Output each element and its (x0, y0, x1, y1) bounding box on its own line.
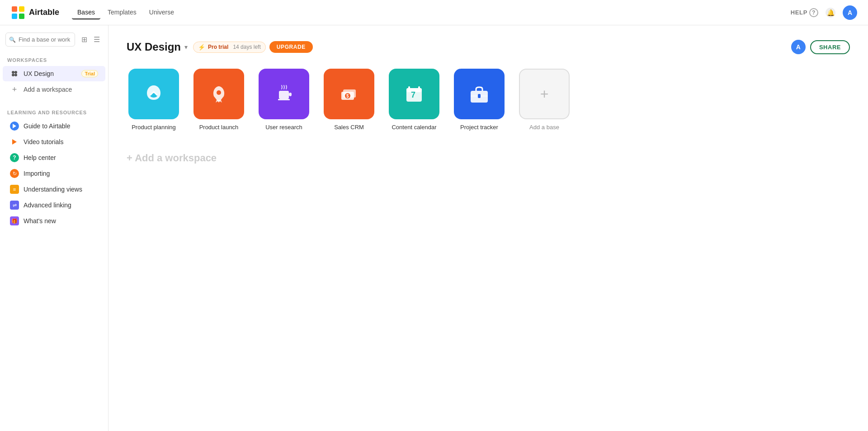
whatsnew-label: What's new (24, 217, 98, 225)
workspace-title: UX Design (127, 41, 181, 53)
svg-point-11 (217, 90, 221, 95)
base-label-product-planning: Product planning (132, 124, 176, 131)
search-input[interactable] (5, 33, 75, 47)
help-icon: ? (809, 8, 818, 17)
sidebar-views[interactable]: ≡ Understanding views (3, 182, 105, 197)
svg-rect-2 (12, 14, 17, 19)
sidebar-top-row: 🔍 ⊞ ☰ (0, 33, 108, 47)
svg-point-4 (12, 71, 14, 74)
sidebar-linking[interactable]: ⇌ Advanced linking (3, 197, 105, 213)
base-label-project-tracker: Project tracker (460, 124, 498, 131)
add-workspace-label: Add a workspace (24, 86, 98, 93)
add-workspace-sidebar[interactable]: + Add a workspace (3, 82, 105, 97)
base-icon-product-launch (193, 69, 244, 119)
guide-label: Guide to Airtable (24, 122, 98, 130)
svg-rect-0 (12, 6, 17, 12)
share-button[interactable]: SHARE (810, 40, 850, 54)
main-layout: 🔍 ⊞ ☰ WORKSPACES UX Design Trial (0, 25, 868, 431)
video-icon (10, 137, 19, 146)
svg-point-5 (14, 71, 17, 74)
sidebar-whatsnew[interactable]: 🎁 What's new (3, 213, 105, 229)
add-base-icon: + (519, 69, 570, 119)
svg-point-6 (12, 74, 14, 76)
grid-view-button[interactable]: ⊞ (79, 33, 90, 46)
sidebar-video[interactable]: Video tutorials (3, 134, 105, 150)
svg-rect-1 (19, 6, 24, 12)
svg-rect-12 (279, 91, 289, 99)
top-navigation: Airtable Bases Templates Universe HELP ?… (0, 0, 868, 25)
header-right: A SHARE (791, 40, 850, 54)
linking-label: Advanced linking (24, 201, 98, 209)
logo-text: Airtable (29, 8, 59, 17)
svg-text:7: 7 (411, 90, 415, 99)
base-icon-content-calendar: 7 (389, 69, 439, 119)
add-base-label: Add a base (529, 124, 559, 131)
workspace-dropdown-icon[interactable]: ▾ (184, 43, 188, 51)
upgrade-button[interactable]: UPGRADE (269, 41, 313, 53)
views-label: Understanding views (24, 186, 98, 193)
linking-icon: ⇌ (10, 201, 19, 210)
import-label: Importing (24, 170, 98, 177)
sidebar-guide[interactable]: Guide to Airtable (3, 118, 105, 134)
guide-icon (10, 122, 19, 131)
days-left: 14 days left (233, 44, 260, 50)
nav-right: HELP ? 🔔 A (791, 5, 857, 20)
svg-rect-21 (408, 86, 410, 90)
logo-icon (11, 5, 25, 20)
video-label: Video tutorials (24, 138, 98, 145)
add-workspace-link[interactable]: + Add a workspace (127, 152, 850, 164)
svg-rect-26 (478, 94, 481, 98)
help-label: Help center (24, 154, 98, 161)
base-label-product-launch: Product launch (199, 124, 239, 131)
pro-trial-badge: ⚡ Pro trial 14 days left (193, 42, 266, 53)
search-icon: 🔍 (9, 37, 16, 43)
sidebar-item-ux-design[interactable]: UX Design Trial (3, 66, 105, 81)
svg-marker-8 (13, 124, 16, 128)
helpcentre-icon: ? (10, 153, 19, 162)
list-view-button[interactable]: ☰ (91, 33, 103, 46)
import-icon: ↻ (10, 169, 19, 178)
base-card-product-launch[interactable]: Product launch (192, 69, 246, 131)
base-label-user-research: User research (265, 124, 302, 131)
workspace-name: UX Design (24, 70, 75, 77)
base-card-project-tracker[interactable]: Project tracker (452, 69, 506, 131)
views-icon: ≡ (10, 185, 19, 194)
svg-rect-22 (418, 86, 420, 90)
base-card-sales-crm[interactable]: $ Sales CRM (322, 69, 376, 131)
base-icon-sales-crm: $ (324, 69, 374, 119)
share-avatar: A (791, 40, 806, 54)
bases-grid: Product planning Product launch (127, 69, 850, 131)
nav-links: Bases Templates Universe (72, 6, 179, 19)
pro-trial-label: Pro trial (208, 44, 228, 50)
logo[interactable]: Airtable (11, 5, 59, 20)
search-wrap: 🔍 (5, 33, 75, 47)
help-button[interactable]: HELP ? (791, 8, 818, 17)
nav-bases[interactable]: Bases (72, 6, 100, 19)
svg-marker-9 (12, 139, 17, 145)
sidebar-importing[interactable]: ↻ Importing (3, 166, 105, 181)
add-workspace-icon: + (10, 85, 19, 94)
workspace-header: UX Design ▾ ⚡ Pro trial 14 days left UPG… (127, 40, 850, 54)
base-icon-user-research (259, 69, 309, 119)
sidebar: 🔍 ⊞ ☰ WORKSPACES UX Design Trial (0, 25, 108, 431)
add-workspace-section: + Add a workspace (127, 152, 850, 164)
svg-point-7 (14, 74, 17, 76)
nav-universe[interactable]: Universe (144, 6, 179, 19)
bolt-icon: ⚡ (198, 44, 205, 51)
nav-templates[interactable]: Templates (102, 6, 142, 19)
sidebar-help[interactable]: ? Help center (3, 150, 105, 165)
add-base-card[interactable]: + Add a base (517, 69, 571, 131)
notifications-icon[interactable]: 🔔 (826, 8, 835, 18)
base-label-sales-crm: Sales CRM (334, 124, 364, 131)
svg-rect-14 (278, 99, 290, 100)
base-card-content-calendar[interactable]: 7 Content calendar (387, 69, 441, 131)
base-card-user-research[interactable]: User research (257, 69, 311, 131)
base-label-content-calendar: Content calendar (392, 124, 436, 131)
workspace-icon (10, 69, 19, 78)
user-avatar-nav[interactable]: A (843, 5, 857, 20)
trial-badge: Trial (81, 70, 98, 77)
base-card-product-planning[interactable]: Product planning (127, 69, 181, 131)
workspaces-section-label: WORKSPACES (0, 54, 108, 66)
svg-text:$: $ (346, 94, 349, 98)
whatsnew-icon: 🎁 (10, 216, 19, 225)
